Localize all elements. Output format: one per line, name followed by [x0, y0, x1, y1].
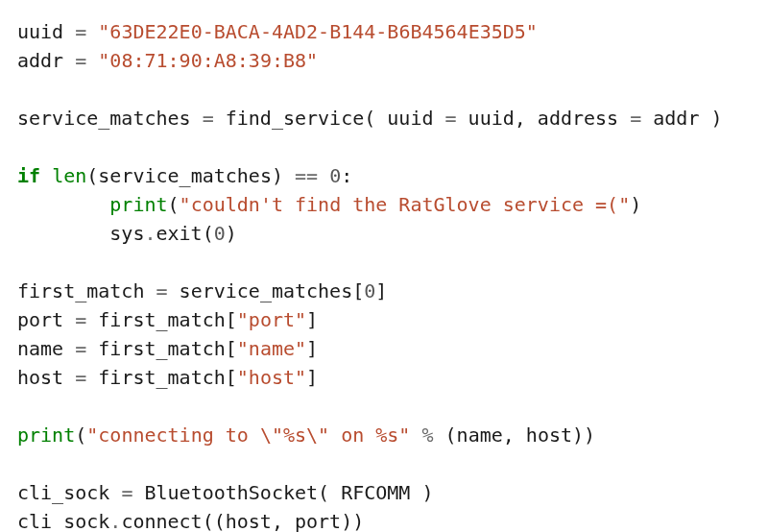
code-line: cli_sock = BluetoothSocket( RFCOMM ) [17, 481, 434, 504]
code-line: port = first_match["port"] [17, 308, 318, 331]
code-line: print("connecting to \"%s\" on %s" % (na… [17, 423, 595, 447]
keyword: if [17, 164, 40, 187]
code-block: uuid = "63DE22E0-BACA-4AD2-B144-B6B4564E… [0, 0, 768, 532]
string-literal: "63DE22E0-BACA-4AD2-B144-B6B4564E35D5" [98, 20, 538, 43]
builtin: print [17, 423, 75, 447]
builtin: print [109, 193, 167, 216]
builtin: len [52, 164, 86, 187]
code-line: cli_sock.connect((host, port)) [17, 510, 364, 532]
code-line: host = first_match["host"] [17, 366, 318, 389]
string-literal: "connecting to \"%s\" on %s" [86, 423, 410, 447]
code-line: service_matches = find_service( uuid = u… [17, 107, 723, 130]
string-literal: "08:71:90:A8:39:B8" [98, 49, 318, 72]
string-literal: "couldn't find the RatGlove service =(" [180, 193, 631, 216]
code-line: uuid = "63DE22E0-BACA-4AD2-B144-B6B4564E… [17, 20, 538, 43]
number-literal: 0 [214, 222, 226, 245]
string-literal: "name" [237, 337, 306, 360]
code-line: first_match = service_matches[0] [17, 279, 387, 302]
code-line: name = first_match["name"] [17, 337, 318, 360]
string-literal: "host" [237, 366, 306, 389]
code-line: addr = "08:71:90:A8:39:B8" [17, 49, 318, 72]
number-literal: 0 [364, 279, 375, 302]
code-line: sys.exit(0) [17, 222, 237, 245]
code-line: if len(service_matches) == 0: [17, 164, 352, 187]
number-literal: 0 [329, 164, 341, 187]
string-literal: "port" [237, 308, 306, 331]
code-line: print("couldn't find the RatGlove servic… [17, 193, 641, 216]
